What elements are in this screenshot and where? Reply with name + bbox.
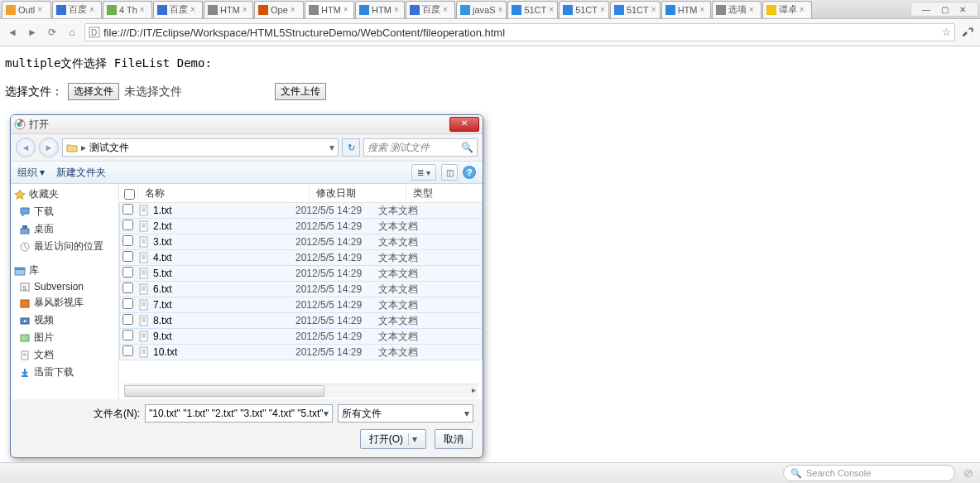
tab-close-icon[interactable]: × <box>394 5 399 14</box>
refresh-button[interactable]: ↻ <box>342 138 360 157</box>
scroll-right-icon[interactable]: ▸ <box>468 384 479 396</box>
scrollbar-thumb[interactable] <box>124 385 324 397</box>
close-window-icon[interactable]: ✕ <box>956 4 969 14</box>
preview-pane-button[interactable]: ◫ <box>441 164 458 181</box>
new-folder-button[interactable]: 新建文件夹 <box>56 166 106 180</box>
tab-close-icon[interactable]: × <box>443 5 448 14</box>
sidebar-favorites-header[interactable]: 收藏夹 <box>11 186 118 203</box>
cancel-button[interactable]: 取消 <box>435 429 473 449</box>
sidebar-item[interactable]: 迅雷下载 <box>11 364 118 381</box>
organize-menu[interactable]: 组织 ▾ <box>17 166 45 180</box>
sidebar-libraries-header[interactable]: 库 <box>11 262 118 279</box>
tab-close-icon[interactable]: × <box>800 5 805 14</box>
open-button[interactable]: 打开(O) ▾ <box>360 429 426 449</box>
sidebar-item[interactable]: 视频 <box>11 312 118 329</box>
file-checkbox[interactable] <box>122 267 133 278</box>
file-row[interactable]: 7.txt2012/5/5 14:29文本文档 <box>119 297 483 313</box>
col-date[interactable]: 修改日期 <box>310 184 406 202</box>
browser-tab[interactable]: Ope× <box>254 1 304 18</box>
sidebar-item[interactable]: 图片 <box>11 329 118 346</box>
file-checkbox[interactable] <box>122 220 133 230</box>
file-row[interactable]: 3.txt2012/5/5 14:29文本文档 <box>119 234 483 250</box>
view-mode-button[interactable]: ≣ ▾ <box>411 164 436 181</box>
split-chevron-icon[interactable]: ▾ <box>408 433 417 445</box>
console-search-input[interactable]: 🔍 Search Console <box>783 465 955 481</box>
maximize-icon[interactable]: ▢ <box>938 4 951 14</box>
browser-tab[interactable]: 谭卓× <box>762 1 812 18</box>
file-row[interactable]: 6.txt2012/5/5 14:29文本文档 <box>119 281 483 297</box>
sidebar-item[interactable]: 最近访问的位置 <box>11 238 118 255</box>
tab-close-icon[interactable]: × <box>651 5 656 14</box>
tab-close-icon[interactable]: × <box>600 5 605 14</box>
file-checkbox[interactable] <box>122 345 133 356</box>
url-field[interactable]: D file:///D:/IT/Eclipse/Workspace/HTML5S… <box>84 23 955 41</box>
browser-tab[interactable]: Outl× <box>2 1 51 18</box>
horizontal-scrollbar[interactable]: ◂ ▸ <box>124 384 478 398</box>
sidebar-item[interactable]: 下载 <box>11 203 118 220</box>
browser-tab[interactable]: HTM× <box>204 1 253 18</box>
col-type[interactable]: 类型 <box>406 184 483 202</box>
reload-icon[interactable]: ⟳ <box>45 25 60 40</box>
wrench-menu-icon[interactable] <box>960 25 975 40</box>
file-row[interactable]: 10.txt2012/5/5 14:29文本文档 <box>119 344 483 360</box>
file-checkbox[interactable] <box>122 235 133 246</box>
back-icon[interactable]: ◄ <box>5 25 20 40</box>
tab-close-icon[interactable]: × <box>549 5 554 14</box>
file-checkbox[interactable] <box>122 251 133 262</box>
browser-tab[interactable]: 51CT× <box>610 1 661 18</box>
file-checkbox[interactable] <box>122 298 133 309</box>
filename-combo[interactable]: "10.txt" "1.txt" "2.txt" "3.txt" "4.txt"… <box>145 404 333 423</box>
breadcrumb[interactable]: ▸ 测试文件 ▾ <box>62 138 339 157</box>
forward-icon[interactable]: ► <box>25 25 40 40</box>
file-row[interactable]: 5.txt2012/5/5 14:29文本文档 <box>119 265 483 282</box>
file-row[interactable]: 9.txt2012/5/5 14:29文本文档 <box>119 328 483 345</box>
select-all-checkbox[interactable] <box>124 189 135 200</box>
tab-close-icon[interactable]: × <box>89 5 94 14</box>
home-icon[interactable]: ⌂ <box>65 25 79 40</box>
minimize-icon[interactable]: — <box>920 4 933 14</box>
tab-close-icon[interactable]: × <box>291 5 295 14</box>
browser-tab[interactable]: javaS× <box>456 1 507 18</box>
file-checkbox[interactable] <box>122 330 133 341</box>
devtools-close-icon[interactable]: ⊘ <box>963 466 973 480</box>
tab-close-icon[interactable]: × <box>190 5 195 14</box>
bookmark-star-icon[interactable]: ☆ <box>942 27 951 38</box>
file-checkbox[interactable] <box>122 204 133 215</box>
tab-close-icon[interactable]: × <box>343 5 348 14</box>
dialog-close-button[interactable]: ✕ <box>449 117 479 132</box>
browser-tab[interactable]: 51CT× <box>507 1 558 18</box>
browser-tab[interactable]: 选项× <box>712 1 761 18</box>
chevron-down-icon[interactable]: ▾ <box>329 142 334 153</box>
file-row[interactable]: 2.txt2012/5/5 14:29文本文档 <box>119 218 483 234</box>
browser-tab[interactable]: 百度× <box>406 1 455 18</box>
column-headers[interactable]: 名称 修改日期 类型 <box>119 184 483 203</box>
filter-combo[interactable]: 所有文件 ▾ <box>338 404 473 423</box>
browser-tab[interactable]: 百度× <box>153 1 203 18</box>
browser-tab[interactable]: 4 Th× <box>103 1 152 18</box>
file-row[interactable]: 1.txt2012/5/5 14:29文本文档 <box>119 203 483 219</box>
sidebar-item[interactable]: 文档 <box>11 346 118 364</box>
file-checkbox[interactable] <box>122 283 133 293</box>
chevron-down-icon[interactable]: ▾ <box>324 408 329 419</box>
upload-button[interactable]: 文件上传 <box>275 83 326 100</box>
browser-tab[interactable]: 百度× <box>52 1 102 18</box>
help-icon[interactable]: ? <box>463 166 476 179</box>
dialog-search-input[interactable]: 搜索 测试文件 🔍 <box>363 138 478 157</box>
file-row[interactable]: 4.txt2012/5/5 14:29文本文档 <box>119 249 483 266</box>
browser-tab[interactable]: HTM× <box>355 1 405 18</box>
tab-close-icon[interactable]: × <box>498 5 503 14</box>
browser-tab[interactable]: HTM× <box>305 1 354 18</box>
sidebar-item[interactable]: 暴风影视库 <box>11 294 118 312</box>
dialog-forward-button[interactable]: ► <box>39 138 59 157</box>
tab-close-icon[interactable]: × <box>140 5 145 14</box>
choose-file-button[interactable]: 选择文件 <box>68 83 119 100</box>
sidebar-item[interactable]: SSubversion <box>11 279 118 294</box>
tab-close-icon[interactable]: × <box>749 5 754 14</box>
browser-tab[interactable]: 51CT× <box>559 1 609 18</box>
chevron-down-icon[interactable]: ▾ <box>464 408 469 419</box>
dialog-back-button[interactable]: ◄ <box>16 138 36 157</box>
dialog-titlebar[interactable]: 打开 ✕ <box>11 115 483 134</box>
col-name[interactable]: 名称 <box>138 184 310 202</box>
file-row[interactable]: 8.txt2012/5/5 14:29文本文档 <box>119 312 483 329</box>
tab-close-icon[interactable]: × <box>37 5 42 14</box>
